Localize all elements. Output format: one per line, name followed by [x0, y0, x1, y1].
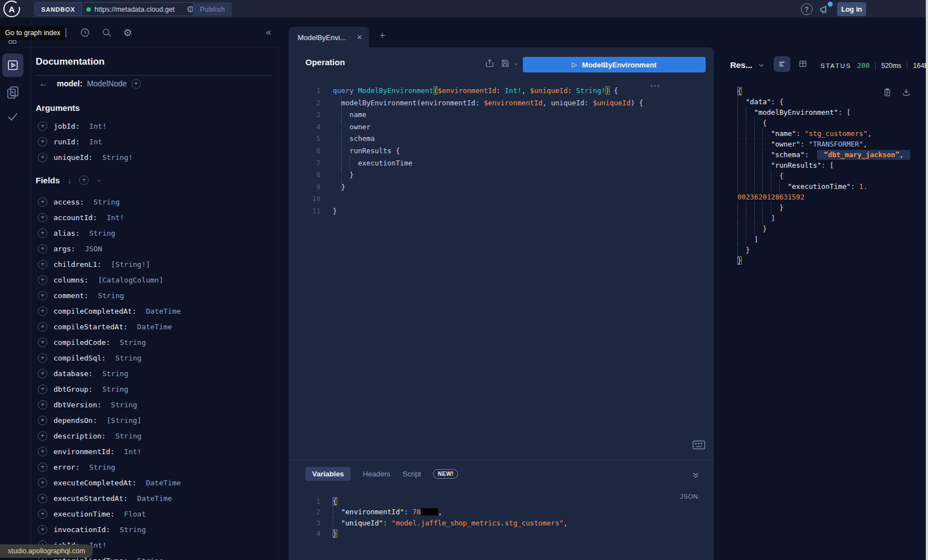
- operation-code-line[interactable]: 4 owner: [289, 121, 714, 133]
- new-tab-plus-icon[interactable]: +: [377, 30, 388, 41]
- variables-editor[interactable]: 1 { 2 "environmentId": 78, 3 "uniqueId":…: [289, 496, 714, 539]
- add-field-plus-icon[interactable]: +: [38, 400, 47, 410]
- add-field-plus-icon[interactable]: +: [38, 369, 47, 378]
- add-argument-plus-icon[interactable]: +: [38, 121, 47, 131]
- login-button[interactable]: Log in: [837, 2, 866, 16]
- field-type[interactable]: Int!: [106, 213, 124, 222]
- add-field-plus-icon[interactable]: +: [38, 384, 47, 394]
- operation-code-line[interactable]: 5 schema: [289, 133, 714, 145]
- add-field-plus-icon[interactable]: +: [38, 416, 47, 425]
- save-options-chevron-icon[interactable]: [513, 61, 519, 67]
- endpoint-url-box[interactable]: https://metadata.cloud.get ⚙: [82, 3, 199, 16]
- field-name[interactable]: access:: [54, 198, 84, 206]
- argument-name[interactable]: uniqueId:: [54, 153, 93, 162]
- add-field-plus-icon[interactable]: +: [38, 478, 47, 488]
- add-field-plus-icon[interactable]: +: [38, 353, 47, 363]
- tab-script[interactable]: Script: [402, 470, 421, 478]
- add-field-plus-icon[interactable]: +: [38, 431, 47, 441]
- operation-editor[interactable]: 1 query ModelByEnvironment($environmentI…: [289, 85, 714, 217]
- search-icon[interactable]: [101, 27, 112, 38]
- field-name[interactable]: compiledSql:: [54, 354, 106, 362]
- checks-nav-item[interactable]: [6, 110, 20, 123]
- field-type[interactable]: Float: [124, 510, 146, 518]
- field-name[interactable]: executeCompletedAt:: [54, 479, 137, 487]
- field-type[interactable]: [CatalogColumn]: [98, 276, 163, 284]
- sort-fields-icon[interactable]: ↓: [67, 176, 71, 185]
- field-type[interactable]: String: [115, 432, 142, 440]
- schema-nav-item[interactable]: [6, 85, 20, 100]
- operation-code-line[interactable]: 11 }: [289, 205, 714, 217]
- field-name[interactable]: childrenL1:: [54, 260, 101, 269]
- collapse-variables-chevrons-icon[interactable]: [691, 471, 700, 480]
- response-chevron-down-icon[interactable]: [758, 62, 765, 69]
- field-type[interactable]: DateTime: [137, 323, 172, 331]
- add-field-plus-icon[interactable]: +: [38, 306, 47, 316]
- operation-code-line[interactable]: 7 executionTime: [289, 157, 714, 169]
- variables-code-line[interactable]: 3 "uniqueId": "model.jaffle_shop_metrics…: [289, 518, 714, 528]
- history-icon[interactable]: [80, 27, 90, 38]
- variables-code-line[interactable]: 4 }: [289, 528, 714, 539]
- add-field-plus-icon[interactable]: +: [38, 291, 47, 300]
- field-name[interactable]: compiledCode:: [54, 338, 110, 347]
- field-name[interactable]: dependsOn:: [54, 416, 97, 425]
- field-type[interactable]: String: [120, 338, 146, 347]
- field-type[interactable]: DateTime: [137, 494, 172, 503]
- operation-code-line[interactable]: 9 }: [289, 181, 714, 193]
- tab-headers[interactable]: Headers: [363, 470, 390, 478]
- add-field-plus-icon[interactable]: +: [38, 197, 47, 207]
- field-type[interactable]: JSON: [85, 245, 102, 253]
- operation-code-line[interactable]: 1 query ModelByEnvironment($environmentI…: [289, 85, 714, 97]
- variables-code-line[interactable]: 2 "environmentId": 78,: [289, 507, 714, 517]
- add-argument-plus-icon[interactable]: +: [38, 153, 47, 162]
- share-operation-icon[interactable]: [485, 59, 494, 68]
- response-json-view-toggle[interactable]: [774, 56, 790, 72]
- field-type[interactable]: String: [89, 463, 115, 471]
- field-name[interactable]: environmentId:: [54, 447, 115, 456]
- add-all-fields-plus-icon[interactable]: +: [79, 176, 89, 185]
- explorer-nav-item[interactable]: [2, 53, 23, 77]
- type-name-link[interactable]: ModelNode: [87, 79, 127, 88]
- operation-code-line[interactable]: 8 }: [289, 169, 714, 181]
- response-title-row[interactable]: Res...: [730, 60, 765, 70]
- operation-code-line[interactable]: 10: [289, 193, 714, 205]
- field-type[interactable]: String: [94, 198, 120, 206]
- run-operation-button[interactable]: ▷ ModelByEnvironment: [523, 57, 706, 72]
- add-field-plus-icon[interactable]: +: [38, 447, 47, 456]
- field-name[interactable]: comment:: [54, 291, 89, 300]
- field-name[interactable]: executeStartedAt:: [54, 494, 128, 503]
- help-icon[interactable]: ?: [801, 3, 813, 15]
- field-name[interactable]: compileStartedAt:: [54, 323, 128, 331]
- add-field-plus-icon[interactable]: +: [38, 494, 47, 503]
- operation-code-line[interactable]: 2 modelByEnvironment(environmentId: $env…: [289, 97, 714, 109]
- add-field-plus-icon[interactable]: +: [38, 260, 47, 269]
- add-field-plus-icon[interactable]: +: [38, 228, 47, 238]
- response-table-view-toggle[interactable]: [798, 59, 808, 69]
- add-argument-plus-icon[interactable]: +: [38, 137, 47, 147]
- save-operation-icon[interactable]: [501, 59, 510, 68]
- response-viewer[interactable]: { "data": { "modelByEnvironment": [ { "n: [737, 86, 924, 266]
- field-type[interactable]: DateTime: [146, 479, 181, 487]
- field-name[interactable]: executionTime:: [54, 510, 115, 518]
- field-type[interactable]: String: [120, 525, 146, 534]
- add-type-plus-icon[interactable]: +: [132, 79, 141, 89]
- field-name[interactable]: columns:: [54, 276, 89, 284]
- keyboard-shortcuts-icon[interactable]: [692, 440, 706, 450]
- operation-tab[interactable]: ModelByEnvi... ✕: [289, 27, 369, 48]
- field-type[interactable]: String: [137, 557, 163, 560]
- field-type[interactable]: String: [111, 401, 137, 409]
- add-field-plus-icon[interactable]: +: [38, 322, 47, 332]
- field-name[interactable]: description:: [54, 432, 106, 440]
- field-name[interactable]: compileCompletedAt:: [54, 307, 137, 315]
- argument-type[interactable]: String!: [102, 153, 133, 162]
- add-field-plus-icon[interactable]: +: [38, 244, 47, 254]
- apollo-logo-icon[interactable]: A: [3, 1, 20, 17]
- field-type[interactable]: DateTime: [146, 307, 181, 315]
- field-type[interactable]: [String!]: [111, 260, 150, 269]
- operation-code-line[interactable]: 6 runResults {: [289, 145, 714, 157]
- collapse-sidebar-icon[interactable]: «: [266, 27, 271, 38]
- argument-type[interactable]: Int: [89, 138, 102, 146]
- back-arrow-icon[interactable]: ←: [39, 79, 48, 89]
- argument-type[interactable]: Int!: [89, 122, 106, 130]
- field-type[interactable]: [String]: [106, 416, 142, 425]
- field-type[interactable]: Int!: [124, 447, 142, 456]
